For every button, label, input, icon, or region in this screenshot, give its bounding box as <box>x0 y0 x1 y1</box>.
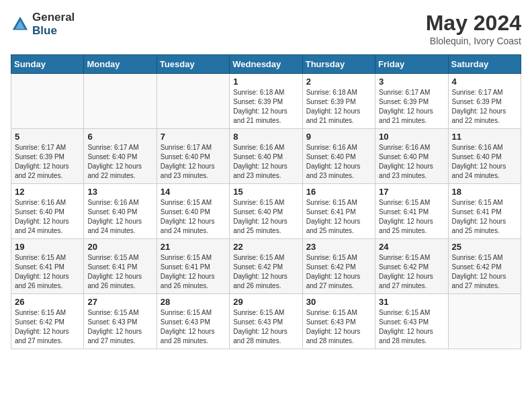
day-number: 9 <box>306 132 371 142</box>
day-number: 14 <box>161 187 226 197</box>
calendar-cell: 28Sunrise: 6:15 AMSunset: 6:43 PMDayligh… <box>157 294 229 349</box>
day-number: 2 <box>306 77 371 87</box>
day-number: 5 <box>15 132 80 142</box>
day-number: 4 <box>452 77 517 87</box>
day-number: 8 <box>233 132 298 142</box>
calendar-table: SundayMondayTuesdayWednesdayThursdayFrid… <box>11 54 521 349</box>
day-info: Sunrise: 6:15 AMSunset: 6:42 PMDaylight:… <box>452 253 517 291</box>
day-number: 7 <box>161 132 226 142</box>
day-info: Sunrise: 6:16 AMSunset: 6:40 PMDaylight:… <box>87 198 152 236</box>
month-year: May 2024 <box>426 11 521 36</box>
day-info: Sunrise: 6:16 AMSunset: 6:40 PMDaylight:… <box>452 143 517 181</box>
day-info: Sunrise: 6:16 AMSunset: 6:40 PMDaylight:… <box>379 143 444 181</box>
day-number: 25 <box>452 242 517 252</box>
calendar-cell: 18Sunrise: 6:15 AMSunset: 6:41 PMDayligh… <box>448 184 521 239</box>
calendar-cell <box>157 74 229 129</box>
calendar-cell <box>11 74 84 129</box>
day-number: 1 <box>233 77 298 87</box>
weekday-header: Friday <box>375 55 448 74</box>
logo-general: General <box>32 11 75 24</box>
day-number: 3 <box>379 77 444 87</box>
day-info: Sunrise: 6:15 AMSunset: 6:42 PMDaylight:… <box>306 253 371 291</box>
day-number: 11 <box>452 132 517 142</box>
day-info: Sunrise: 6:17 AMSunset: 6:40 PMDaylight:… <box>161 143 226 181</box>
calendar-cell: 19Sunrise: 6:15 AMSunset: 6:41 PMDayligh… <box>11 239 84 294</box>
calendar-cell: 12Sunrise: 6:16 AMSunset: 6:40 PMDayligh… <box>11 184 84 239</box>
weekday-header: Saturday <box>448 55 521 74</box>
calendar-cell: 4Sunrise: 6:17 AMSunset: 6:39 PMDaylight… <box>448 74 521 129</box>
day-number: 27 <box>87 297 152 307</box>
weekday-header: Wednesday <box>230 55 302 74</box>
calendar-cell: 20Sunrise: 6:15 AMSunset: 6:41 PMDayligh… <box>84 239 157 294</box>
day-number: 12 <box>15 187 80 197</box>
logo: General Blue <box>11 11 75 38</box>
day-info: Sunrise: 6:15 AMSunset: 6:43 PMDaylight:… <box>379 308 444 346</box>
calendar-cell: 17Sunrise: 6:15 AMSunset: 6:41 PMDayligh… <box>375 184 448 239</box>
location: Blolequin, Ivory Coast <box>426 36 521 46</box>
day-number: 13 <box>87 187 152 197</box>
day-info: Sunrise: 6:15 AMSunset: 6:43 PMDaylight:… <box>161 308 226 346</box>
day-number: 15 <box>233 187 298 197</box>
day-info: Sunrise: 6:17 AMSunset: 6:39 PMDaylight:… <box>452 88 517 126</box>
day-info: Sunrise: 6:18 AMSunset: 6:39 PMDaylight:… <box>306 88 371 126</box>
day-info: Sunrise: 6:15 AMSunset: 6:42 PMDaylight:… <box>379 253 444 291</box>
day-number: 26 <box>15 297 80 307</box>
day-number: 22 <box>233 242 298 252</box>
calendar-cell: 16Sunrise: 6:15 AMSunset: 6:41 PMDayligh… <box>302 184 375 239</box>
calendar-cell: 22Sunrise: 6:15 AMSunset: 6:42 PMDayligh… <box>230 239 302 294</box>
day-info: Sunrise: 6:15 AMSunset: 6:41 PMDaylight:… <box>15 253 80 291</box>
calendar-week-row: 12Sunrise: 6:16 AMSunset: 6:40 PMDayligh… <box>11 184 521 239</box>
day-number: 18 <box>452 187 517 197</box>
day-number: 21 <box>161 242 226 252</box>
calendar-cell: 5Sunrise: 6:17 AMSunset: 6:39 PMDaylight… <box>11 129 84 184</box>
day-info: Sunrise: 6:15 AMSunset: 6:41 PMDaylight:… <box>306 198 371 236</box>
calendar-cell: 30Sunrise: 6:15 AMSunset: 6:43 PMDayligh… <box>302 294 375 349</box>
day-info: Sunrise: 6:17 AMSunset: 6:40 PMDaylight:… <box>87 143 152 181</box>
day-number: 6 <box>87 132 152 142</box>
day-info: Sunrise: 6:15 AMSunset: 6:41 PMDaylight:… <box>161 253 226 291</box>
day-info: Sunrise: 6:15 AMSunset: 6:43 PMDaylight:… <box>233 308 298 346</box>
day-number: 16 <box>306 187 371 197</box>
day-number: 24 <box>379 242 444 252</box>
day-number: 23 <box>306 242 371 252</box>
day-info: Sunrise: 6:15 AMSunset: 6:42 PMDaylight:… <box>233 253 298 291</box>
day-info: Sunrise: 6:15 AMSunset: 6:41 PMDaylight:… <box>379 198 444 236</box>
day-info: Sunrise: 6:15 AMSunset: 6:41 PMDaylight:… <box>87 253 152 291</box>
day-info: Sunrise: 6:17 AMSunset: 6:39 PMDaylight:… <box>15 143 80 181</box>
calendar-cell: 3Sunrise: 6:17 AMSunset: 6:39 PMDaylight… <box>375 74 448 129</box>
day-number: 20 <box>87 242 152 252</box>
day-info: Sunrise: 6:16 AMSunset: 6:40 PMDaylight:… <box>233 143 298 181</box>
logo-blue: Blue <box>32 24 57 37</box>
day-info: Sunrise: 6:17 AMSunset: 6:39 PMDaylight:… <box>379 88 444 126</box>
calendar-week-row: 5Sunrise: 6:17 AMSunset: 6:39 PMDaylight… <box>11 129 521 184</box>
day-number: 10 <box>379 132 444 142</box>
calendar-cell: 10Sunrise: 6:16 AMSunset: 6:40 PMDayligh… <box>375 129 448 184</box>
calendar-cell: 13Sunrise: 6:16 AMSunset: 6:40 PMDayligh… <box>84 184 157 239</box>
calendar-cell: 7Sunrise: 6:17 AMSunset: 6:40 PMDaylight… <box>157 129 229 184</box>
day-number: 31 <box>379 297 444 307</box>
weekday-header: Tuesday <box>157 55 229 74</box>
weekday-header: Sunday <box>11 55 84 74</box>
day-info: Sunrise: 6:15 AMSunset: 6:42 PMDaylight:… <box>15 308 80 346</box>
calendar-week-row: 1Sunrise: 6:18 AMSunset: 6:39 PMDaylight… <box>11 74 521 129</box>
calendar-cell: 15Sunrise: 6:15 AMSunset: 6:40 PMDayligh… <box>230 184 302 239</box>
page-header: General Blue May 2024 Blolequin, Ivory C… <box>11 11 521 46</box>
calendar-cell <box>84 74 157 129</box>
day-info: Sunrise: 6:15 AMSunset: 6:43 PMDaylight:… <box>306 308 371 346</box>
calendar-cell: 26Sunrise: 6:15 AMSunset: 6:42 PMDayligh… <box>11 294 84 349</box>
calendar-cell: 23Sunrise: 6:15 AMSunset: 6:42 PMDayligh… <box>302 239 375 294</box>
title-block: May 2024 Blolequin, Ivory Coast <box>426 11 521 46</box>
day-info: Sunrise: 6:15 AMSunset: 6:41 PMDaylight:… <box>452 198 517 236</box>
weekday-row: SundayMondayTuesdayWednesdayThursdayFrid… <box>11 55 521 74</box>
calendar-cell: 27Sunrise: 6:15 AMSunset: 6:43 PMDayligh… <box>84 294 157 349</box>
day-info: Sunrise: 6:16 AMSunset: 6:40 PMDaylight:… <box>306 143 371 181</box>
calendar-week-row: 19Sunrise: 6:15 AMSunset: 6:41 PMDayligh… <box>11 239 521 294</box>
calendar-cell: 9Sunrise: 6:16 AMSunset: 6:40 PMDaylight… <box>302 129 375 184</box>
day-number: 29 <box>233 297 298 307</box>
day-info: Sunrise: 6:16 AMSunset: 6:40 PMDaylight:… <box>15 198 80 236</box>
calendar-header: SundayMondayTuesdayWednesdayThursdayFrid… <box>11 55 521 74</box>
calendar-cell: 11Sunrise: 6:16 AMSunset: 6:40 PMDayligh… <box>448 129 521 184</box>
day-number: 17 <box>379 187 444 197</box>
calendar-cell: 1Sunrise: 6:18 AMSunset: 6:39 PMDaylight… <box>230 74 302 129</box>
weekday-header: Thursday <box>302 55 375 74</box>
